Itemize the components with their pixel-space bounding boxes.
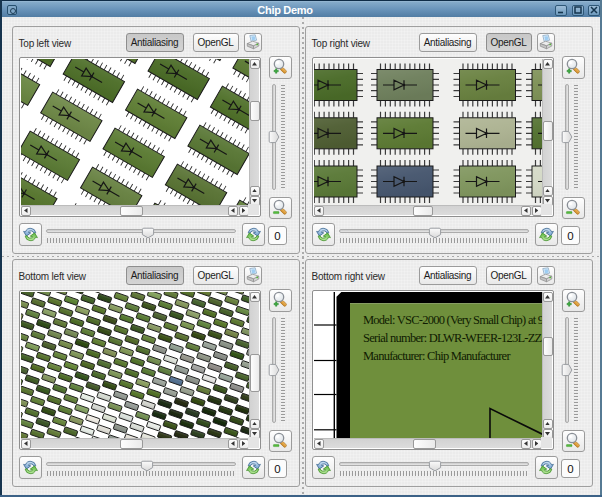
svg-text:Model: VSC-2000 (Very Small Ch: Model: VSC-2000 (Very Small Chip) at 9x1… [363,313,543,327]
svg-text:Serial number: DLWR-WEER-123L-: Serial number: DLWR-WEER-123L-ZZ330-SD [363,331,543,345]
svg-text:Manufacturer: Chip Manufacture: Manufacturer: Chip Manufacturer [363,349,511,363]
